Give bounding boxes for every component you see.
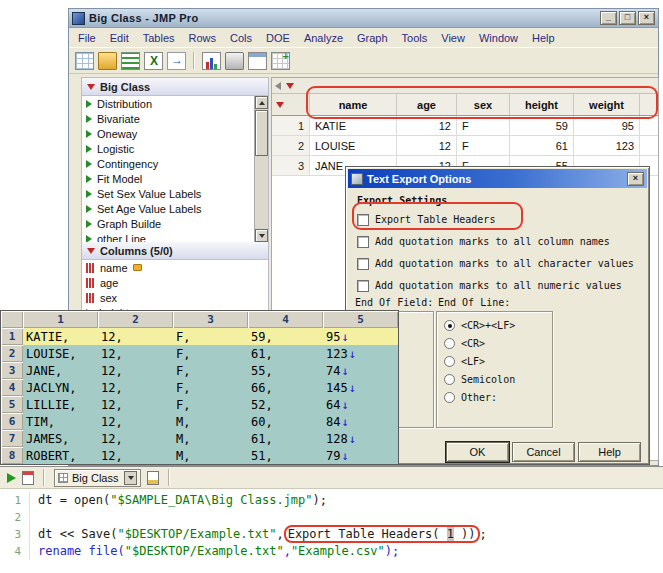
- sheet-row-number[interactable]: 3: [1, 362, 23, 379]
- sheet-cell[interactable]: 12,: [98, 362, 173, 379]
- menu-view[interactable]: View: [434, 30, 472, 46]
- rows-menu-icon[interactable]: [276, 102, 284, 108]
- radio-cr-lf[interactable]: <CR>+<LF>: [444, 317, 545, 334]
- sheet-cell[interactable]: M,: [173, 413, 248, 430]
- sheet-row-number[interactable]: 4: [1, 379, 23, 396]
- maximize-button[interactable]: □: [619, 11, 636, 25]
- column-item-name[interactable]: name: [82, 260, 268, 275]
- sheet-cell[interactable]: M,: [173, 430, 248, 447]
- add-rows-icon[interactable]: [121, 52, 140, 70]
- radio-semicolon[interactable]: Semicolon: [444, 371, 545, 388]
- checkbox-add-quotation-marks-to-all-character-values[interactable]: Add quotation marks to all character val…: [357, 255, 634, 272]
- sheet-row-number[interactable]: 6: [1, 413, 23, 430]
- radio-cr[interactable]: <CR>: [444, 335, 545, 352]
- table-script-distribution[interactable]: Distribution: [82, 96, 268, 111]
- column-header-name[interactable]: name: [310, 94, 397, 115]
- sheet-cell[interactable]: 12,: [98, 447, 173, 464]
- grid-cell[interactable]: F: [457, 116, 510, 135]
- sheet-cell[interactable]: 95↓: [323, 328, 398, 345]
- menu-graph[interactable]: Graph: [350, 30, 395, 46]
- radio-other[interactable]: Other:: [444, 389, 545, 406]
- sheet-cell[interactable]: 12,: [98, 430, 173, 447]
- data-table-combo[interactable]: Big Class: [54, 469, 141, 487]
- script-file-icon[interactable]: [22, 471, 34, 485]
- grid-cell[interactable]: 59: [510, 116, 574, 135]
- columns-panel-header[interactable]: Columns (5/0): [82, 242, 268, 260]
- script-code[interactable]: dt << Save("$DESKTOP/Example.txt",Export…: [38, 526, 487, 543]
- export-arrow-icon[interactable]: [167, 52, 186, 70]
- script-code[interactable]: rename file("$DESKTOP/Example.txt","Exam…: [38, 543, 399, 560]
- grid-cell[interactable]: 123: [574, 136, 640, 155]
- sheet-cell[interactable]: 12,: [98, 396, 173, 413]
- sheet-column-header[interactable]: 2: [98, 311, 173, 328]
- menu-tools[interactable]: Tools: [395, 30, 435, 46]
- table-script-bivariate[interactable]: Bivariate: [82, 111, 268, 126]
- sheet-cell[interactable]: 12,: [98, 379, 173, 396]
- menu-file[interactable]: File: [71, 30, 103, 46]
- radio-button[interactable]: [444, 356, 455, 367]
- sheet-cell[interactable]: 64↓: [323, 396, 398, 413]
- sheet-cell[interactable]: 52,: [248, 396, 323, 413]
- red-triangle-menu-icon[interactable]: [87, 84, 95, 90]
- grid-corner[interactable]: [272, 94, 310, 115]
- sheet-row-number[interactable]: 8: [1, 447, 23, 464]
- minimize-button[interactable]: _: [600, 11, 617, 25]
- sheet-cell[interactable]: 123↓: [323, 345, 398, 362]
- column-header-weight[interactable]: weight: [574, 94, 640, 115]
- sheet-row-number[interactable]: 1: [1, 328, 23, 345]
- sheet-cell[interactable]: 60,: [248, 413, 323, 430]
- table-script-set-age-value-labels[interactable]: Set Age Value Labels: [82, 201, 268, 216]
- sheet-cell[interactable]: F,: [173, 362, 248, 379]
- row-number[interactable]: 2: [272, 136, 310, 155]
- red-triangle-menu-icon[interactable]: [87, 248, 95, 254]
- distribution-chart-icon[interactable]: [202, 52, 221, 70]
- sheet-cell[interactable]: 74↓: [323, 362, 398, 379]
- sheet-cell[interactable]: 51,: [248, 447, 323, 464]
- grid-cell[interactable]: KATIE: [310, 116, 397, 135]
- sheet-column-header[interactable]: 4: [248, 311, 323, 328]
- table-script-oneway[interactable]: Oneway: [82, 126, 268, 141]
- sheet-row-number[interactable]: 7: [1, 430, 23, 447]
- sheet-cell[interactable]: 61,: [248, 345, 323, 362]
- script-code[interactable]: dt = open("$SAMPLE_DATA\Big Class.jmp");: [38, 492, 327, 509]
- table-script-contingency[interactable]: Contingency: [82, 156, 268, 171]
- sheet-cell[interactable]: JAMES,: [23, 430, 98, 447]
- menu-window[interactable]: Window: [472, 30, 525, 46]
- column-header-sex[interactable]: sex: [457, 94, 510, 115]
- sheet-row-number[interactable]: 5: [1, 396, 23, 413]
- dialog-close-button[interactable]: ×: [627, 172, 644, 186]
- menu-edit[interactable]: Edit: [103, 30, 136, 46]
- sheet-cell[interactable]: F,: [173, 379, 248, 396]
- checkbox-box[interactable]: [357, 280, 369, 292]
- menu-rows[interactable]: Rows: [182, 30, 224, 46]
- new-script-icon[interactable]: [147, 471, 159, 485]
- sheet-column-header[interactable]: 5: [323, 311, 398, 328]
- combo-dropdown-icon[interactable]: [124, 471, 137, 485]
- row-number[interactable]: 3: [272, 156, 310, 175]
- table-script-graph-builde[interactable]: Graph Builde: [82, 216, 268, 231]
- sheet-cell[interactable]: JANE,: [23, 362, 98, 379]
- radio-button[interactable]: [444, 374, 455, 385]
- scrollbar[interactable]: [254, 96, 268, 242]
- sheet-cell[interactable]: KATIE,: [23, 328, 98, 345]
- radio-button[interactable]: [444, 392, 455, 403]
- sheet-cell[interactable]: M,: [173, 447, 248, 464]
- new-window-icon[interactable]: [271, 52, 290, 70]
- column-item-age[interactable]: age: [82, 275, 268, 290]
- table-script-fit-model[interactable]: Fit Model: [82, 171, 268, 186]
- table-panel-header[interactable]: Big Class: [82, 78, 268, 96]
- sheet-cell[interactable]: 79↓: [323, 447, 398, 464]
- menu-doe[interactable]: DOE: [259, 30, 297, 46]
- sheet-cell[interactable]: F,: [173, 396, 248, 413]
- printer-icon[interactable]: [225, 52, 244, 70]
- menu-analyze[interactable]: Analyze: [297, 30, 350, 46]
- grid-cell[interactable]: 95: [574, 116, 640, 135]
- collapse-panel-icon[interactable]: [275, 82, 281, 90]
- sheet-cell[interactable]: 12,: [98, 345, 173, 362]
- scroll-down-button[interactable]: [255, 229, 268, 242]
- journal-icon[interactable]: [248, 52, 267, 70]
- sheet-cell[interactable]: LOUISE,: [23, 345, 98, 362]
- checkbox-box[interactable]: [357, 214, 369, 226]
- sheet-cell[interactable]: JACLYN,: [23, 379, 98, 396]
- grid-cell[interactable]: F: [457, 136, 510, 155]
